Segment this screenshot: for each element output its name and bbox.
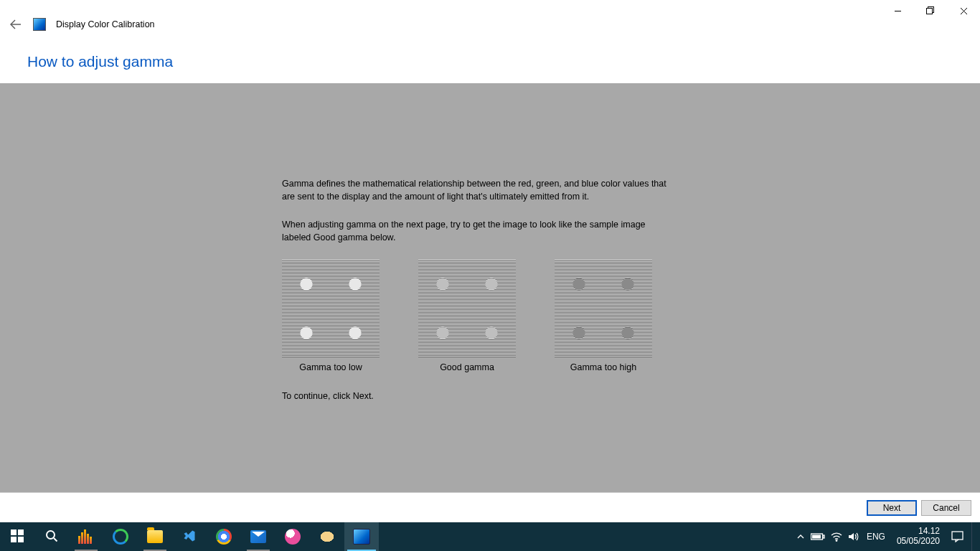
restore-icon[interactable] (914, 0, 947, 22)
tray-overflow-icon[interactable] (796, 532, 805, 541)
wox-icon[interactable] (69, 522, 103, 551)
edge-icon[interactable] (103, 522, 138, 551)
display-calibration-icon[interactable] (344, 522, 379, 551)
mail-icon[interactable] (241, 522, 275, 551)
action-center-icon[interactable] (951, 531, 964, 542)
wizard-content: Gamma defines the mathematical relations… (282, 178, 673, 402)
app-title: Display Color Calibration (56, 19, 155, 29)
gamma-sample-low: Gamma too low (282, 260, 380, 375)
svg-rect-7 (18, 529, 24, 535)
wizard-button-bar: Next Cancel (0, 492, 980, 522)
svg-point-15 (836, 540, 837, 542)
back-arrow-icon[interactable] (9, 17, 23, 32)
gamma-low-label: Gamma too low (299, 362, 362, 375)
wifi-icon[interactable] (831, 532, 842, 542)
gamma-sample-good: Good gamma (418, 260, 516, 375)
paint-icon[interactable] (310, 522, 344, 551)
cancel-button[interactable]: Cancel (921, 500, 971, 516)
file-explorer-icon[interactable] (138, 522, 172, 551)
svg-rect-9 (18, 537, 24, 542)
svg-rect-8 (11, 537, 17, 542)
gamma-instruction-text: When adjusting gamma on the next page, t… (282, 219, 673, 244)
app-icon (33, 18, 46, 31)
battery-icon[interactable] (811, 532, 825, 541)
svg-line-11 (54, 538, 57, 542)
svg-rect-17 (952, 532, 963, 540)
show-desktop-button[interactable] (971, 522, 976, 551)
title-row: Display Color Calibration (9, 17, 155, 32)
gamma-high-image (555, 260, 652, 357)
search-icon[interactable] (34, 522, 69, 551)
taskbar: ENG 14.12 05/05/2020 (0, 522, 980, 551)
vscode-icon[interactable] (172, 522, 207, 551)
wizard-body: Gamma defines the mathematical relations… (0, 83, 980, 492)
gamma-low-image (282, 260, 380, 357)
svg-rect-14 (812, 535, 821, 539)
svg-rect-2 (927, 9, 933, 14)
sketchbook-icon[interactable] (275, 522, 310, 551)
window-controls (881, 0, 980, 22)
page-title: How to adjust gamma (27, 53, 173, 70)
gamma-definition-text: Gamma defines the mathematical relations… (282, 178, 673, 203)
taskbar-date: 05/05/2020 (897, 537, 940, 547)
gamma-high-label: Gamma too high (570, 362, 636, 375)
taskbar-time: 14.12 (897, 527, 940, 537)
svg-rect-6 (11, 529, 17, 535)
taskbar-right: ENG 14.12 05/05/2020 (796, 522, 980, 551)
taskbar-left (0, 522, 379, 551)
start-icon[interactable] (0, 522, 34, 551)
gamma-good-label: Good gamma (440, 362, 494, 375)
system-tray (796, 532, 859, 542)
gamma-good-image (418, 260, 516, 357)
svg-rect-13 (823, 535, 824, 538)
svg-marker-16 (849, 533, 854, 540)
continue-instruction: To continue, click Next. (282, 390, 673, 403)
taskbar-clock[interactable]: 14.12 05/05/2020 (892, 527, 944, 547)
close-icon[interactable] (947, 0, 980, 22)
gamma-samples: Gamma too low Good gamma Gamma too high (282, 260, 673, 375)
svg-point-10 (47, 531, 55, 539)
minimize-icon[interactable] (881, 0, 914, 22)
volume-icon[interactable] (848, 532, 859, 542)
window-header: Display Color Calibration How to adjust … (0, 0, 980, 83)
language-indicator[interactable]: ENG (867, 532, 885, 542)
chrome-icon[interactable] (207, 522, 241, 551)
next-button[interactable]: Next (867, 500, 917, 516)
gamma-sample-high: Gamma too high (555, 260, 652, 375)
